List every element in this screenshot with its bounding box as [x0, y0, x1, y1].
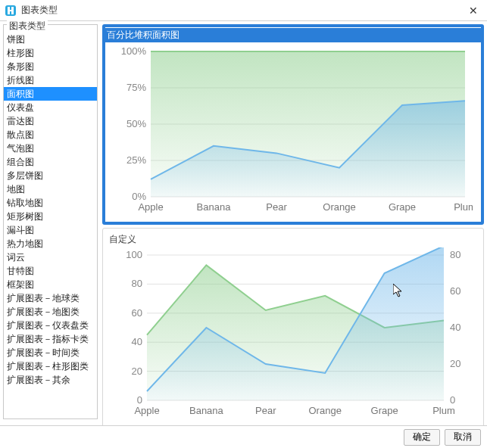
svg-text:Pear: Pear [255, 405, 276, 416]
sidebar-item[interactable]: 扩展图表－地图类 [4, 305, 97, 319]
svg-text:Pear: Pear [266, 201, 287, 213]
chart-card-title: 自定义 [109, 233, 477, 246]
svg-text:80: 80 [450, 249, 460, 260]
svg-text:0: 0 [450, 394, 455, 406]
svg-text:80: 80 [132, 278, 142, 289]
svg-text:Grape: Grape [371, 405, 398, 416]
svg-text:60: 60 [132, 307, 142, 319]
window-title: 图表类型 [21, 4, 464, 17]
app-logo-icon [5, 5, 17, 17]
sidebar-item[interactable]: 雷达图 [4, 114, 97, 128]
sidebar-item[interactable]: 扩展图表－柱形图类 [4, 359, 97, 373]
svg-text:Apple: Apple [134, 405, 159, 416]
svg-text:20: 20 [132, 366, 142, 377]
sidebar-item[interactable]: 散点图 [4, 128, 97, 142]
svg-text:25%: 25% [126, 154, 146, 166]
svg-text:Plum: Plum [454, 201, 473, 213]
sidebar-item[interactable]: 仪表盘 [4, 101, 97, 114]
titlebar: 图表类型 ✕ [0, 0, 487, 21]
svg-text:0%: 0% [132, 191, 146, 202]
sidebar-item[interactable]: 漏斗图 [4, 223, 97, 237]
sidebar-item[interactable]: 饼图 [4, 33, 97, 46]
svg-text:50%: 50% [126, 118, 146, 129]
sidebar-item[interactable]: 扩展图表－时间类 [4, 346, 97, 359]
svg-text:75%: 75% [126, 82, 146, 93]
sidebar-item[interactable]: 条形图 [4, 60, 97, 73]
sidebar-item[interactable]: 框架图 [4, 278, 97, 291]
chart-preview-custom: 020406080100020406080AppleBananaPearOran… [109, 247, 477, 422]
sidebar-item[interactable]: 扩展图表－地球类 [4, 291, 97, 305]
sidebar-item[interactable]: 甘特图 [4, 264, 97, 278]
sidebar-item[interactable]: 热力地图 [4, 237, 97, 250]
svg-rect-3 [8, 10, 14, 11]
chart-type-sidebar: 图表类型 饼图柱形图条形图折线图面积图仪表盘雷达图散点图气泡图组合图多层饼图地图… [3, 24, 98, 419]
sidebar-item[interactable]: 组合图 [4, 155, 97, 169]
svg-text:Plum: Plum [432, 405, 455, 416]
chart-card-percent-stacked-area[interactable]: 百分比堆积面积图 0%25%50%75%100%AppleBananaPearO… [102, 24, 484, 225]
sidebar-item[interactable]: 扩展图表－其余 [4, 373, 97, 387]
chart-card-custom[interactable]: 自定义 020406080100020406080AppleBananaPear… [102, 228, 484, 428]
cancel-button[interactable]: 取消 [445, 429, 481, 446]
sidebar-item[interactable]: 扩展图表－仪表盘类 [4, 319, 97, 332]
sidebar-item[interactable]: 矩形树图 [4, 210, 97, 223]
sidebar-item[interactable]: 气泡图 [4, 142, 97, 155]
svg-text:40: 40 [132, 336, 142, 347]
svg-text:20: 20 [450, 358, 460, 369]
chart-preview-percent-stacked: 0%25%50%75%100%AppleBananaPearOrangeGrap… [109, 44, 477, 218]
svg-text:Apple: Apple [138, 201, 163, 213]
ok-button[interactable]: 确定 [404, 429, 440, 446]
sidebar-item[interactable]: 多层饼图 [4, 169, 97, 182]
chart-card-title: 百分比堆积面积图 [105, 28, 481, 42]
svg-text:60: 60 [450, 285, 460, 297]
sidebar-item[interactable]: 钻取地图 [4, 196, 97, 210]
sidebar-item[interactable]: 折线图 [4, 73, 97, 87]
sidebar-item[interactable]: 扩展图表－指标卡类 [4, 332, 97, 346]
svg-text:100%: 100% [121, 45, 147, 57]
svg-text:Orange: Orange [309, 405, 342, 416]
svg-text:Orange: Orange [323, 201, 355, 213]
svg-text:0: 0 [137, 394, 142, 406]
content-area: 图表类型 饼图柱形图条形图折线图面积图仪表盘雷达图散点图气泡图组合图多层饼图地图… [0, 21, 487, 422]
sidebar-item[interactable]: 面积图 [4, 87, 97, 101]
close-button[interactable]: ✕ [464, 2, 482, 20]
svg-text:40: 40 [450, 322, 460, 333]
sidebar-item[interactable]: 地图 [4, 182, 97, 196]
svg-text:Grape: Grape [389, 201, 416, 213]
svg-text:100: 100 [126, 249, 142, 260]
svg-text:Banana: Banana [197, 201, 232, 213]
svg-text:Banana: Banana [189, 405, 224, 416]
sidebar-item[interactable]: 柱形图 [4, 46, 97, 60]
preview-panel: 百分比堆积面积图 0%25%50%75%100%AppleBananaPearO… [98, 24, 484, 419]
dialog-footer: 确定 取消 [0, 425, 487, 448]
sidebar-legend: 图表类型 [7, 20, 48, 33]
sidebar-item[interactable]: 词云 [4, 250, 97, 264]
